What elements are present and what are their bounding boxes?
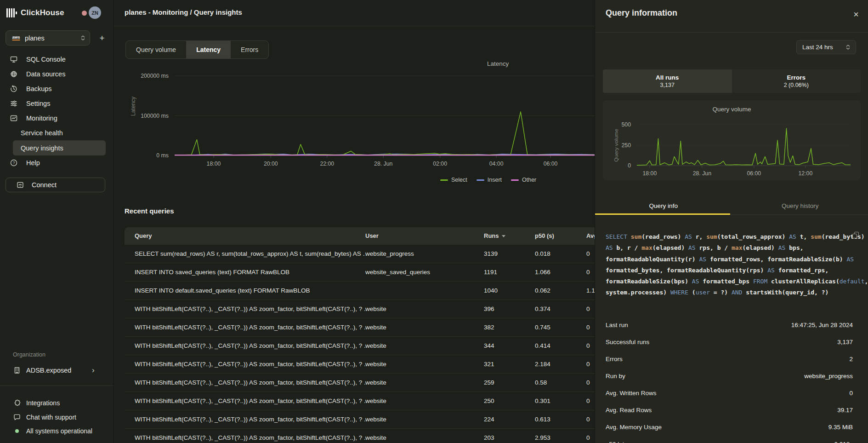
chart-title: Latency	[487, 60, 509, 67]
sidebar-item-data-sources[interactable]: Data sources	[0, 67, 113, 81]
sidebar-item-query-insights[interactable]: Query insights	[13, 140, 106, 155]
sidebar-item-sql-console[interactable]: SQL Console	[0, 52, 113, 67]
table-row[interactable]: INSERT INTO saved_queries (text) FORMAT …	[125, 263, 595, 281]
chat-bubble-icon	[13, 413, 21, 421]
service-selector[interactable]: aws planes	[6, 30, 90, 46]
table-row[interactable]: WITH bitShiftLeft(CAST(?..), _CAST(?..))…	[125, 373, 595, 391]
mini-y-axis-label: Query volume	[613, 124, 619, 167]
legend-item-insert[interactable]: Insert	[477, 177, 502, 183]
clickhouse-logo-icon	[6, 8, 17, 17]
legend-label: Other	[522, 177, 536, 183]
stat-label: Errors	[606, 356, 623, 362]
stat-row: Avg. Memory Usage9.35 MiB	[606, 419, 853, 436]
close-icon[interactable]: ×	[853, 8, 859, 20]
svg-text:0 ms: 0 ms	[156, 152, 169, 159]
sidebar-item-help[interactable]: ? Help	[0, 155, 113, 170]
col-p50[interactable]: p50 (s)	[535, 227, 586, 244]
connect-button[interactable]: Connect	[6, 178, 105, 192]
svg-text:500: 500	[621, 121, 631, 128]
table-row[interactable]: WITH bitShiftLeft(CAST(?..), _CAST(?..))…	[125, 391, 595, 410]
service-name: planes	[25, 35, 81, 42]
chat-support-link[interactable]: Chat with support	[0, 410, 113, 424]
table-row[interactable]: WITH bitShiftLeft(CAST(?..), _CAST(?..))…	[125, 355, 595, 373]
time-range-select[interactable]: Last 24 hrs	[796, 40, 856, 54]
sidebar-divider	[0, 385, 113, 386]
brand-row: ClickHouse ZN	[6, 6, 108, 19]
code-line: AS b, r / max(elapsed) AS rps, b / max(e…	[606, 242, 856, 253]
stat-row: Errors2	[606, 351, 853, 368]
svg-text:?: ?	[13, 161, 15, 165]
code-line: system.processes) WHERE (user = ?) AND s…	[606, 287, 856, 298]
stat-row: Last run16:47:25, Jun 28 2024	[606, 316, 853, 334]
sidebar-item-backups[interactable]: Backups	[0, 81, 113, 96]
avatar[interactable]: ZN	[89, 6, 101, 19]
svg-text:22:00: 22:00	[320, 161, 334, 167]
legend-label: Select	[451, 177, 467, 183]
code-line: formatReadableSize(bps) AS formatted_bps…	[606, 276, 856, 287]
tab-errors[interactable]: Errors	[231, 41, 268, 58]
system-status-label: All systems operational	[26, 427, 92, 435]
stat-value: 0	[849, 390, 853, 397]
integrations-link[interactable]: Integrations	[0, 396, 113, 410]
table-row[interactable]: WITH bitShiftLeft(CAST(?..), _CAST(?..))…	[125, 299, 595, 318]
recent-queries-table: Query User Runs p50 (s) Avg. SELECT sum(…	[125, 227, 595, 443]
sidebar-item-monitoring[interactable]: Monitoring	[0, 111, 113, 126]
stat-label: Avg. Written Rows	[606, 390, 657, 397]
table-row[interactable]: WITH bitShiftLeft(CAST(?..), _CAST(?..))…	[125, 428, 595, 443]
sidebar-item-label: Service health	[21, 129, 63, 137]
stat-row: p50 latency0.018s	[606, 436, 853, 443]
tab-query-volume[interactable]: Query volume	[126, 41, 186, 58]
table-row[interactable]: WITH bitShiftLeft(CAST(?..), _CAST(?..))…	[125, 410, 595, 428]
stat-row: Avg. Written Rows0	[606, 385, 853, 402]
table-row[interactable]: INSERT INTO default.saved_queries (text)…	[125, 281, 595, 299]
sidebar-item-settings[interactable]: Settings	[0, 96, 113, 111]
tab-query-info[interactable]: Query info	[595, 202, 732, 214]
stat-value: 3,137	[837, 339, 853, 345]
stat-value: 39.17	[837, 407, 853, 414]
stat-value: 9.35 MiB	[828, 424, 853, 431]
stat-row: Run bywebsite_progress	[606, 368, 853, 385]
copy-icon[interactable]	[852, 232, 859, 238]
panel-title: Query information	[606, 8, 677, 18]
active-tab-underline	[595, 213, 730, 215]
table-row[interactable]: WITH bitShiftLeft(CAST(?..), _CAST(?..))…	[125, 336, 595, 355]
integrations-label: Integrations	[26, 399, 60, 407]
svg-text:04:00: 04:00	[489, 161, 504, 167]
header-divider	[114, 26, 595, 26]
svg-text:0: 0	[628, 162, 631, 169]
svg-text:200000 ms: 200000 ms	[141, 73, 169, 79]
sidebar-item-label: SQL Console	[26, 56, 66, 63]
panel-tabs: Query info Query history	[595, 202, 868, 214]
table-row[interactable]: SELECT sum(read_rows) AS r, sum(total_ro…	[125, 244, 595, 263]
brand-name: ClickHouse	[21, 8, 64, 17]
legend-item-other[interactable]: Other	[511, 177, 536, 183]
svg-text:28. Jun: 28. Jun	[693, 170, 711, 177]
stat-row: Successful runs3,137	[606, 334, 853, 351]
tab-query-history[interactable]: Query history	[732, 202, 868, 214]
query-volume-card: Query volume Query volume 025050018:0028…	[603, 100, 861, 180]
svg-text:18:00: 18:00	[643, 170, 657, 177]
sidebar-nav: SQL Console Data sources Backups Setting…	[0, 52, 113, 170]
legend-item-select[interactable]: Select	[440, 177, 467, 183]
svg-text:06:00: 06:00	[544, 161, 558, 167]
col-user[interactable]: User	[365, 227, 484, 244]
chevron-up-down-icon	[846, 45, 850, 50]
segment-errors[interactable]: Errors 2 (0.06%)	[732, 69, 861, 93]
latency-chart: Latency Latency 0 ms100000 ms200000 ms18…	[125, 60, 595, 175]
data-sources-icon	[10, 70, 18, 78]
system-status-link[interactable]: All systems operational	[0, 424, 113, 438]
col-query[interactable]: Query	[125, 227, 365, 244]
puzzle-icon	[13, 399, 21, 407]
add-service-button[interactable]: +	[96, 30, 108, 46]
tab-latency[interactable]: Latency	[186, 41, 231, 58]
col-avg[interactable]: Avg.	[586, 227, 595, 244]
recent-queries-title: Recent queries	[125, 207, 174, 215]
col-runs[interactable]: Runs	[484, 227, 535, 244]
segment-all-runs[interactable]: All runs 3,137	[603, 69, 732, 93]
chat-support-label: Chat with support	[26, 414, 76, 421]
organization-row[interactable]: ADSB.exposed ›	[0, 363, 113, 377]
chevron-right-icon: ›	[92, 366, 95, 375]
table-row[interactable]: WITH bitShiftLeft(CAST(?..), _CAST(?..))…	[125, 318, 595, 336]
sidebar-item-service-health[interactable]: Service health	[0, 126, 113, 140]
legend-label: Insert	[488, 177, 502, 183]
